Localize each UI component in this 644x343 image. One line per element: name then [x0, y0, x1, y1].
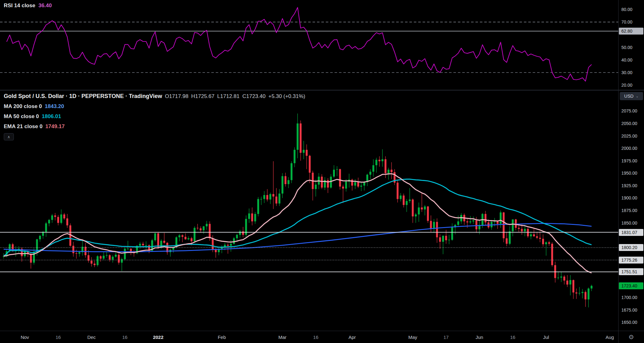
- indicator-label: EMA 21 close 0: [4, 123, 42, 129]
- time-tick-label: 16: [510, 335, 515, 340]
- price-tick-label: 1950.00: [621, 171, 637, 176]
- price-tick-label: 2025.00: [621, 133, 637, 139]
- time-tick-label: 17: [443, 335, 449, 340]
- ohlc-close: C1723.40: [242, 93, 266, 99]
- rsi-tick-label: 70.00: [621, 19, 632, 24]
- time-tick-label: Apr: [348, 335, 356, 340]
- price-level-label: 1800.20: [619, 244, 643, 251]
- time-tick-label: 16: [56, 335, 61, 340]
- rsi-tick-label: 40.00: [621, 57, 632, 63]
- chevron-down-icon: ⌄: [636, 94, 639, 98]
- indicator-value: 1749.17: [45, 123, 64, 129]
- indicator-legend-ma-200-close-0[interactable]: MA 200 close 01843.20: [4, 103, 305, 110]
- price-tick-label: 2050.00: [621, 121, 637, 126]
- price-change: +5.30 (+0.31%): [268, 93, 305, 99]
- price-tick-label: 1875.00: [621, 208, 637, 213]
- settings-gear-icon[interactable]: ⚙: [629, 334, 634, 340]
- price-scale[interactable]: USD ⌄ 1650.001675.001700.001850.001875.0…: [618, 0, 644, 331]
- chevron-up-icon: ∧: [8, 135, 10, 139]
- rsi-pane[interactable]: RSI 14 close 36.40: [0, 0, 618, 90]
- rsi-value: 36.40: [38, 3, 52, 9]
- price-tick-label: 1650.00: [621, 320, 637, 325]
- rsi-legend: RSI 14 close 36.40: [4, 3, 52, 9]
- time-tick-label: 16: [122, 335, 128, 340]
- ohlc-high: H1725.67: [191, 93, 214, 99]
- rsi-level-label: 62.80: [619, 28, 643, 35]
- time-tick-label: May: [408, 335, 417, 340]
- rsi-tick-label: 50.00: [621, 45, 632, 50]
- main-legend: Gold Spot / U.S. Dollar · 1D · PEPPERSTO…: [4, 93, 305, 140]
- pane-separator[interactable]: [0, 90, 644, 90]
- rsi-tick-label: 80.00: [621, 7, 632, 12]
- last-price-label: 1723.40: [619, 282, 643, 289]
- rsi-indicator-label[interactable]: RSI 14 close: [4, 3, 35, 9]
- indicator-value: 1806.01: [42, 113, 61, 119]
- indicator-legend-ma-50-close-0[interactable]: MA 50 close 01806.01: [4, 113, 305, 120]
- time-tick-label: Jun: [476, 335, 483, 340]
- indicator-label: MA 50 close 0: [4, 113, 39, 119]
- price-tick-label: 2075.00: [621, 108, 637, 113]
- indicator-legend-rows: MA 200 close 01843.20MA 50 close 01806.0…: [4, 103, 305, 130]
- currency-selector[interactable]: USD ⌄: [620, 92, 643, 100]
- time-tick-label: Nov: [21, 335, 29, 340]
- price-pane[interactable]: Gold Spot / U.S. Dollar · 1D · PEPPERSTO…: [0, 90, 618, 331]
- time-tick-label: Jul: [543, 335, 549, 340]
- price-tick-label: 1700.00: [621, 295, 637, 300]
- time-tick-label: Mar: [278, 335, 286, 340]
- ohlc-low: L1712.81: [217, 93, 240, 99]
- price-level-label: 1775.26: [619, 257, 643, 264]
- rsi-tick-label: 30.00: [621, 70, 632, 75]
- symbol-title-row: Gold Spot / U.S. Dollar · 1D · PEPPERSTO…: [4, 93, 305, 100]
- symbol-title[interactable]: Gold Spot / U.S. Dollar · 1D · PEPPERSTO…: [4, 93, 162, 99]
- indicator-value: 1843.20: [45, 103, 64, 109]
- time-tick-label: 2022: [153, 335, 163, 340]
- price-tick-label: 1850.00: [621, 220, 637, 226]
- price-level-label: 1831.07: [619, 229, 643, 236]
- time-scale[interactable]: Nov16Dec162022FebMar16AprMay17Jun16JulAu…: [0, 331, 618, 343]
- rsi-tick-label: 20.00: [621, 83, 632, 88]
- price-tick-label: 2000.00: [621, 146, 637, 151]
- price-tick-label: 1975.00: [621, 158, 637, 163]
- price-tick-label: 1925.00: [621, 183, 637, 188]
- currency-label: USD: [624, 94, 634, 99]
- axis-corner: ⚙: [618, 331, 644, 343]
- indicator-legend-ema-21-close-0[interactable]: EMA 21 close 01749.17: [4, 123, 305, 130]
- time-tick-label: Feb: [218, 335, 226, 340]
- price-tick-label: 1675.00: [621, 308, 637, 313]
- time-tick-label: Aug: [606, 335, 614, 340]
- price-tick-label: 1900.00: [621, 195, 637, 200]
- ohlc-open: O1717.98: [165, 93, 188, 99]
- indicator-label: MA 200 close 0: [4, 103, 42, 109]
- rsi-plot-canvas: [0, 0, 618, 90]
- time-tick-label: 16: [313, 335, 319, 340]
- time-tick-label: Dec: [87, 335, 96, 340]
- collapse-indicators-button[interactable]: ∧: [4, 133, 14, 140]
- price-level-label: 1751.51: [619, 268, 643, 275]
